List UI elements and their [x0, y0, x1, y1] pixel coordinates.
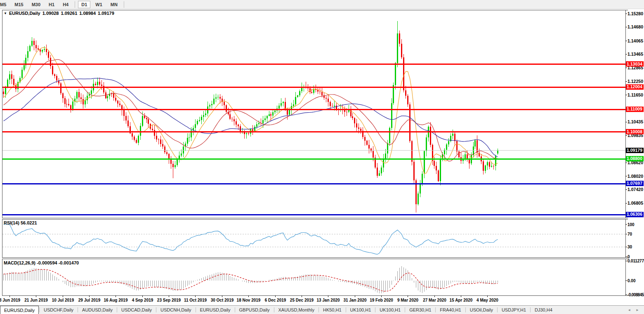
tab-separator — [156, 307, 156, 312]
timeframe-button-H1[interactable]: H1 — [45, 1, 58, 8]
symbol-tab-audusd-daily[interactable]: AUDUSD,Daily — [78, 306, 116, 314]
symbol-tab-ger30-h1[interactable]: GER30,H1 — [406, 306, 435, 314]
ma-slow-line — [4, 78, 498, 157]
svg-text:1.15280: 1.15280 — [627, 12, 643, 16]
svg-text:16 Aug 2019: 16 Aug 2019 — [104, 298, 128, 302]
tab-separator — [375, 307, 375, 312]
macd-pane — [4, 266, 498, 293]
svg-text:-0.008845: -0.008845 — [627, 293, 644, 297]
price-pane-frame — [2, 10, 625, 218]
tab-separator — [530, 307, 531, 312]
svg-text:1.10435: 1.10435 — [627, 120, 643, 124]
svg-text:1.14680: 1.14680 — [627, 25, 643, 29]
svg-text:11 Oct 2019: 11 Oct 2019 — [184, 298, 207, 302]
symbol-tab-usdchf-daily[interactable]: USDCHF,Daily — [40, 306, 77, 314]
mt4-chart-window: { "toolbar": { "timeframes": ["M5","M15"… — [0, 0, 644, 314]
tab-separator — [318, 307, 319, 312]
svg-text:15 Apr 2020: 15 Apr 2020 — [450, 298, 473, 302]
tab-separator — [465, 307, 466, 312]
tab-separator — [346, 307, 346, 312]
svg-text:1.07697: 1.07697 — [627, 181, 642, 186]
symbol-tab-dj30-h4[interactable]: DJ30,H4 — [531, 306, 556, 314]
timeframe-button-MN[interactable]: MN — [107, 1, 121, 8]
timeframe-toolbar: M5M15M30H1H4D1W1MN — [0, 0, 644, 9]
svg-text:1.13465: 1.13465 — [627, 52, 643, 57]
svg-text:21 Jun 2019: 21 Jun 2019 — [24, 298, 48, 302]
tab-scroll-arrows: ◄► — [627, 306, 644, 314]
tab-scroll-right-icon[interactable]: ► — [636, 308, 639, 312]
svg-text:31 Jan 2020: 31 Jan 2020 — [343, 298, 367, 302]
tab-separator — [405, 307, 405, 312]
svg-text:29 Jul 2019: 29 Jul 2019 — [78, 298, 101, 302]
symbol-tab-fra40-h1[interactable]: FRA40,H1 — [436, 306, 465, 314]
svg-text:1.07420: 1.07420 — [627, 187, 643, 192]
tab-separator — [435, 307, 436, 312]
rsi-pane-frame — [2, 219, 625, 257]
svg-text:1.14065: 1.14065 — [627, 39, 643, 43]
timeframe-button-M15[interactable]: M15 — [11, 1, 26, 8]
timeframe-button-M5[interactable]: M5 — [0, 1, 9, 8]
macd-histogram — [4, 266, 498, 293]
svg-text:1.11009: 1.11009 — [627, 107, 642, 111]
symbol-tab-eurusd-daily[interactable]: EURUSD,Daily — [0, 306, 39, 314]
svg-text:4 Sep 2019: 4 Sep 2019 — [132, 298, 153, 302]
svg-text:25 Dec 2019: 25 Dec 2019 — [290, 298, 314, 302]
svg-text:1.13034: 1.13034 — [627, 62, 642, 66]
symbol-tab-uk100-h1[interactable]: UK100,H1 — [376, 306, 404, 314]
tab-scroll-left-icon[interactable]: ◄ — [627, 308, 631, 312]
ma-medium-line — [4, 59, 498, 161]
symbol-tab-usdjpy-h1[interactable]: USDJPY,H1 — [498, 306, 530, 314]
toolbar-separator — [124, 1, 124, 8]
tab-separator — [196, 307, 196, 312]
price-axis[interactable]: 1.152801.146801.140651.134651.128651.122… — [625, 10, 644, 297]
rsi-pane — [2, 224, 625, 254]
svg-text:27 Mar 2020: 27 Mar 2020 — [423, 298, 446, 302]
svg-text:0.011277: 0.011277 — [627, 259, 644, 263]
tab-separator — [497, 307, 498, 312]
symbol-tab-gbpusd-daily[interactable]: GBPUSD,Daily — [236, 306, 274, 314]
svg-text:1.11650: 1.11650 — [627, 93, 643, 97]
rsi-line — [4, 224, 498, 254]
macd-signal-line — [4, 269, 498, 291]
tab-separator — [235, 307, 235, 312]
tab-separator — [274, 307, 274, 312]
svg-text:30: 30 — [627, 245, 632, 249]
symbol-tab-eurusd-daily[interactable]: EURUSD,Daily — [196, 306, 234, 314]
date-axis[interactable]: 3 Jun 201921 Jun 201910 Jul 201929 Jul 2… — [0, 295, 498, 302]
symbol-tab-uk100-h1[interactable]: UK100,H1 — [347, 306, 375, 314]
svg-text:3 Jun 2019: 3 Jun 2019 — [0, 298, 21, 302]
timeframe-button-W1[interactable]: W1 — [92, 1, 106, 8]
chart-canvas[interactable]: 1.152801.146801.140651.134651.128651.122… — [0, 9, 644, 305]
svg-text:9 Mar 2020: 9 Mar 2020 — [397, 298, 419, 302]
svg-text:0.00: 0.00 — [627, 279, 636, 283]
timeframe-button-D1[interactable]: D1 — [78, 1, 90, 8]
svg-text:1.12004: 1.12004 — [627, 85, 642, 89]
symbol-tab-bar: EURUSD,DailyUSDCHF,DailyAUDUSD,DailyUSDC… — [0, 305, 644, 314]
timeframe-button-M30[interactable]: M30 — [28, 1, 44, 8]
timeframe-button-H4[interactable]: H4 — [59, 1, 72, 8]
symbol-tab-usdcad-daily[interactable]: USDCAD,Daily — [118, 306, 156, 314]
svg-text:10 Jul 2019: 10 Jul 2019 — [52, 298, 74, 302]
tab-separator — [39, 307, 40, 312]
svg-text:13 Jan 2020: 13 Jan 2020 — [316, 298, 340, 302]
symbol-tab-xauusd-monthly[interactable]: XAUUSD,Monthly — [275, 306, 318, 314]
svg-text:18 Nov 2019: 18 Nov 2019 — [237, 298, 261, 302]
svg-text:19 Feb 2020: 19 Feb 2020 — [370, 298, 393, 302]
svg-text:30 Oct 2019: 30 Oct 2019 — [211, 298, 234, 302]
tab-separator — [117, 307, 117, 312]
svg-text:1.08020: 1.08020 — [627, 174, 643, 179]
symbol-tab-hk50-h1[interactable]: HK50,H1 — [319, 306, 345, 314]
svg-text:70: 70 — [627, 232, 632, 236]
symbol-tab-usdcnh-daily[interactable]: USDCNH,Daily — [157, 306, 195, 314]
tab-separator — [78, 307, 78, 312]
symbol-tab-usoil-daily[interactable]: USOil,Daily — [466, 306, 497, 314]
svg-text:1.08800: 1.08800 — [627, 156, 642, 161]
svg-text:23 Sep 2019: 23 Sep 2019 — [157, 298, 181, 302]
svg-text:4 May 2020: 4 May 2020 — [477, 298, 498, 302]
svg-text:1.09179: 1.09179 — [627, 148, 642, 153]
svg-text:1.10008: 1.10008 — [627, 130, 642, 134]
svg-text:6 Dec 2019: 6 Dec 2019 — [265, 298, 286, 302]
svg-text:1.06805: 1.06805 — [627, 201, 643, 205]
svg-text:1.06306: 1.06306 — [627, 212, 642, 217]
toolbar-separator — [75, 1, 75, 8]
